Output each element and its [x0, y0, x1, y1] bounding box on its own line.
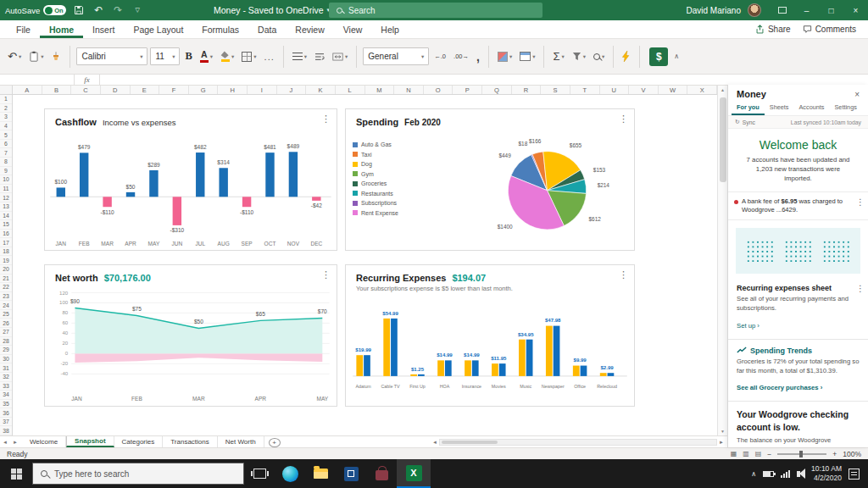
close-button[interactable]: × [843, 0, 868, 20]
row-header-17[interactable]: 17 [0, 238, 12, 247]
number-format-select[interactable]: General▾ [363, 47, 429, 65]
row-header-7[interactable]: 7 [0, 148, 12, 158]
column-header-S[interactable]: S [541, 86, 570, 94]
undo-icon[interactable]: ↶ [92, 0, 105, 20]
bold-button[interactable]: B [182, 46, 194, 68]
horizontal-scroll-thumb[interactable] [442, 441, 498, 444]
sheet-canvas[interactable]: Cashflow Income vs expenses ⋮ $100JAN$47… [13, 95, 717, 435]
row-header-15[interactable]: 15 [0, 220, 12, 230]
ribbon-tab-file[interactable]: File [7, 20, 40, 38]
task-view-button[interactable] [244, 459, 275, 488]
sheet-nav-left-icon[interactable]: ◄ [0, 436, 10, 447]
row-header-28[interactable]: 28 [0, 337, 12, 347]
row-header-16[interactable]: 16 [0, 230, 12, 239]
row-header-26[interactable]: 26 [0, 319, 12, 328]
row-header-12[interactable]: 12 [0, 193, 12, 202]
column-header-C[interactable]: C [71, 86, 101, 94]
column-header-H[interactable]: H [218, 86, 248, 94]
comments-button[interactable]: Comments [803, 25, 856, 34]
share-button[interactable]: Share [755, 25, 791, 34]
column-header-D[interactable]: D [101, 86, 131, 94]
row-header-1[interactable]: 1 [0, 95, 12, 104]
user-name[interactable]: David Mariano [687, 6, 741, 15]
fill-color-button[interactable]: ▾ [218, 46, 236, 68]
scroll-up-icon[interactable]: ▲ [718, 86, 727, 94]
column-header-R[interactable]: R [512, 86, 542, 94]
sheet-tab-categories[interactable]: Categories [114, 436, 164, 447]
zoom-slider-thumb[interactable] [799, 451, 803, 458]
scroll-down-icon[interactable]: ▼ [718, 427, 727, 435]
normal-view-icon[interactable]: ▦ [731, 450, 737, 458]
autosum-button[interactable]: Σ▾ [550, 46, 566, 68]
column-header-E[interactable]: E [131, 86, 160, 94]
zoom-level[interactable]: 100% [843, 450, 861, 458]
excel-taskbar-button[interactable]: X [397, 459, 431, 488]
row-header-6[interactable]: 6 [0, 140, 12, 149]
row-header-35[interactable]: 35 [0, 400, 12, 409]
page-break-view-icon[interactable]: ▤ [755, 450, 762, 458]
conditional-formatting-button[interactable]: ▾ [495, 46, 515, 68]
row-header-29[interactable]: 29 [0, 346, 12, 355]
row-header-24[interactable]: 24 [0, 301, 12, 310]
sheet-tab-welcome[interactable]: Welcome [22, 436, 66, 447]
window-title[interactable]: Money - Saved to OneDrive ▾ [214, 0, 330, 20]
row-header-2[interactable]: 2 [0, 104, 12, 114]
wrap-text-button[interactable] [312, 46, 327, 68]
column-header-A[interactable]: A [13, 86, 42, 94]
new-sheet-button[interactable]: + [269, 438, 281, 447]
pane-tab-settings[interactable]: Settings [830, 101, 862, 115]
row-header-20[interactable]: 20 [0, 265, 12, 274]
column-header-X[interactable]: X [687, 86, 717, 94]
pane-tab-for-you[interactable]: For you [732, 101, 765, 115]
ribbon-tab-review[interactable]: Review [286, 20, 333, 38]
column-header-M[interactable]: M [365, 86, 395, 94]
ribbon-tab-formulas[interactable]: Formulas [192, 20, 248, 38]
sheet-nav-right-icon[interactable]: ► [10, 436, 20, 447]
row-header-8[interactable]: 8 [0, 158, 12, 167]
store-button[interactable] [366, 459, 397, 488]
column-header-I[interactable]: I [248, 86, 277, 94]
row-header-18[interactable]: 18 [0, 247, 12, 257]
font-name-select[interactable]: Calibri▾ [76, 47, 147, 65]
column-header-P[interactable]: P [453, 86, 482, 94]
tray-expand-icon[interactable]: ∧ [751, 470, 756, 478]
row-header-13[interactable]: 13 [0, 202, 12, 212]
column-header-L[interactable]: L [336, 86, 365, 94]
column-header-V[interactable]: V [629, 86, 659, 94]
format-as-table-button[interactable]: ▾ [517, 46, 537, 68]
action-center-icon[interactable] [849, 469, 860, 480]
row-header-3[interactable]: 3 [0, 113, 12, 122]
taskbar-clock[interactable]: 10:10 AM 4/2/2020 [811, 464, 842, 482]
row-header-34[interactable]: 34 [0, 391, 12, 400]
ribbon-display-options-icon[interactable] [770, 0, 794, 20]
sort-filter-button[interactable]: ▾ [570, 46, 588, 68]
row-header-30[interactable]: 30 [0, 355, 12, 364]
row-header-31[interactable]: 31 [0, 363, 12, 373]
user-avatar[interactable] [748, 3, 761, 17]
save-icon[interactable] [72, 0, 86, 20]
taskbar-app-button-blue[interactable] [336, 459, 366, 488]
ribbon-tab-insert[interactable]: Insert [83, 20, 124, 38]
undo-button[interactable]: ↶▾ [5, 46, 24, 68]
column-header-U[interactable]: U [600, 86, 630, 94]
vertical-scrollbar[interactable]: ▲ ▼ [717, 86, 727, 435]
scroll-left-icon[interactable]: ◄ [432, 440, 437, 445]
column-header-G[interactable]: G [189, 86, 219, 94]
maximize-button[interactable]: □ [819, 0, 843, 20]
ribbon-tab-help[interactable]: Help [371, 20, 409, 38]
recurring-menu-icon[interactable]: ⋮ [619, 270, 628, 280]
row-header-33[interactable]: 33 [0, 382, 12, 391]
titlebar-search[interactable]: Search [329, 3, 542, 18]
column-header-J[interactable]: J [277, 86, 307, 94]
ribbon-tab-home[interactable]: Home [40, 20, 83, 38]
ribbon-tab-page-layout[interactable]: Page Layout [124, 20, 192, 38]
volume-icon[interactable] [797, 471, 800, 477]
row-header-19[interactable]: 19 [0, 256, 12, 265]
page-layout-view-icon[interactable]: ▥ [743, 450, 749, 458]
taskbar-search[interactable]: Type here to search [32, 463, 244, 485]
align-button[interactable]: ▾ [290, 46, 309, 68]
row-header-10[interactable]: 10 [0, 175, 12, 185]
autosave-toggle[interactable]: AutoSave On [5, 5, 66, 15]
bank-fee-alert[interactable]: A bank fee of $6.95 was charged to Woodg… [728, 191, 868, 221]
paste-button[interactable]: ▾ [26, 46, 46, 68]
